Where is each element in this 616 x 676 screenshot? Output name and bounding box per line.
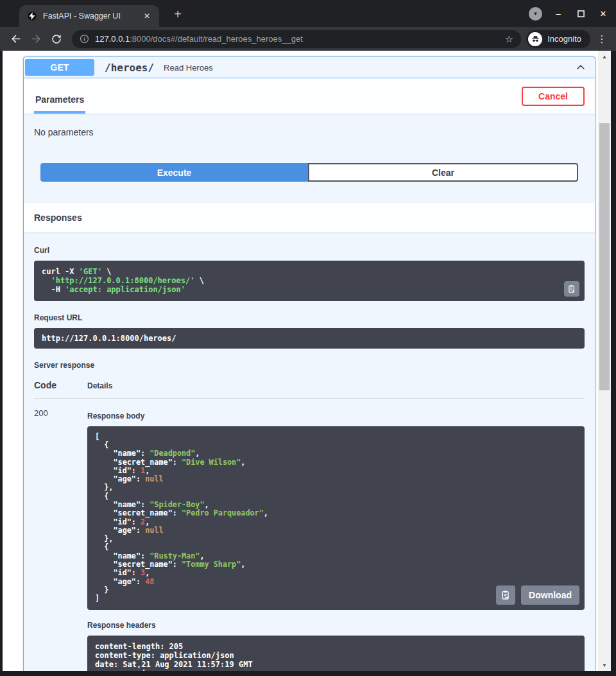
method-badge: GET [25, 59, 94, 76]
forward-icon[interactable] [28, 31, 44, 48]
back-icon[interactable] [7, 31, 24, 48]
execute-row: Execute Clear [40, 163, 578, 182]
details-column-header: Details [87, 380, 112, 390]
code-column-header: Code [34, 380, 87, 390]
clipboard-icon [567, 284, 576, 293]
url-bar[interactable]: 127.0.0.1:8000/docs#/default/read_heroes… [72, 30, 521, 48]
url-host: 127.0.0.1 [95, 34, 130, 44]
fastapi-favicon-icon [27, 11, 37, 21]
browser-toolbar: 127.0.0.1:8000/docs#/default/read_heroes… [0, 27, 616, 51]
clipboard-icon [501, 590, 511, 600]
tab-close-icon[interactable]: ✕ [141, 10, 153, 22]
scroll-up-icon[interactable]: ▲ [598, 54, 611, 60]
incognito-icon [528, 32, 542, 46]
response-row-200: 200 Response body [ { "name": "Deadpond"… [34, 408, 585, 671]
copy-response-button[interactable] [496, 585, 515, 605]
parameters-section-header: Parameters Cancel [24, 78, 595, 114]
request-url-value: http://127.0.0.1:8000/heroes/ [34, 328, 585, 349]
page-info-icon[interactable] [80, 34, 89, 44]
execute-button[interactable]: Execute [40, 163, 308, 182]
response-headers-label: Response headers [87, 621, 585, 630]
response-table-header: Code Details [34, 380, 585, 399]
browser-window: FastAPI - Swagger UI ✕ + ▼ – ✕ 127.0.0.1… [0, 0, 616, 676]
status-code: 200 [34, 408, 87, 671]
tab-parameters: Parameters [34, 94, 85, 114]
no-parameters-text: No parameters [34, 127, 585, 137]
collapse-chevron-icon[interactable] [574, 61, 587, 74]
minimize-icon[interactable]: – [552, 7, 565, 20]
responses-body: Curl curl -X 'GET' \ 'http://127.0.0.1:8… [24, 232, 595, 671]
page-scrollbar[interactable]: ▲ ▼ [598, 51, 611, 671]
maximize-glyph [578, 10, 585, 17]
response-body-actions: Download [496, 585, 579, 605]
url-path: :8000/docs#/default/read_heroes_heroes__… [130, 34, 303, 44]
reload-icon[interactable] [48, 31, 65, 48]
opblock-summary[interactable]: GET /heroes/ Read Heroes [24, 57, 595, 78]
download-button[interactable]: Download [521, 585, 579, 605]
browser-tab[interactable]: FastAPI - Swagger UI ✕ [19, 5, 159, 27]
endpoint-summary: Read Heroes [164, 63, 213, 73]
incognito-label: Incognito [547, 34, 581, 44]
response-details: Response body [ { "name": "Deadpond", "s… [87, 408, 585, 671]
endpoint-path: /heroes/ [105, 62, 154, 74]
cancel-button[interactable]: Cancel [522, 87, 585, 106]
scroll-down-icon[interactable]: ▼ [598, 663, 611, 668]
curl-label: Curl [34, 246, 585, 255]
request-url-label: Request URL [34, 313, 585, 322]
scrollbar-thumb[interactable] [599, 123, 610, 390]
maximize-icon[interactable] [574, 7, 587, 20]
response-body: [ { "name": "Deadpond", "secret_name": "… [87, 426, 585, 610]
response-body-label: Response body [87, 412, 585, 420]
responses-section-header: Responses [24, 203, 595, 232]
window-controls: ▼ – ✕ [529, 0, 610, 27]
parameters-body: No parameters Execute Clear [24, 114, 595, 203]
curl-command: curl -X 'GET' \ 'http://127.0.0.1:8000/h… [34, 261, 585, 301]
incognito-badge: Incognito [526, 30, 590, 48]
tab-search-icon[interactable]: ▼ [529, 7, 542, 21]
clear-button[interactable]: Clear [308, 163, 578, 182]
tab-title: FastAPI - Swagger UI [43, 12, 141, 21]
copy-curl-button[interactable] [564, 281, 579, 297]
tab-bar: FastAPI - Swagger UI ✕ + ▼ – ✕ [0, 0, 616, 27]
close-window-icon[interactable]: ✕ [597, 7, 610, 20]
page-viewport: GET /heroes/ Read Heroes Parameters Canc… [3, 51, 598, 671]
bookmark-star-icon[interactable]: ☆ [505, 33, 513, 45]
browser-menu-icon[interactable]: ⋮ [595, 33, 608, 45]
opblock-get-heroes: GET /heroes/ Read Heroes Parameters Canc… [23, 56, 595, 671]
server-response-label: Server response [34, 361, 585, 370]
new-tab-button[interactable]: + [169, 6, 186, 22]
response-headers: content-length: 205content-type: applica… [87, 636, 585, 671]
